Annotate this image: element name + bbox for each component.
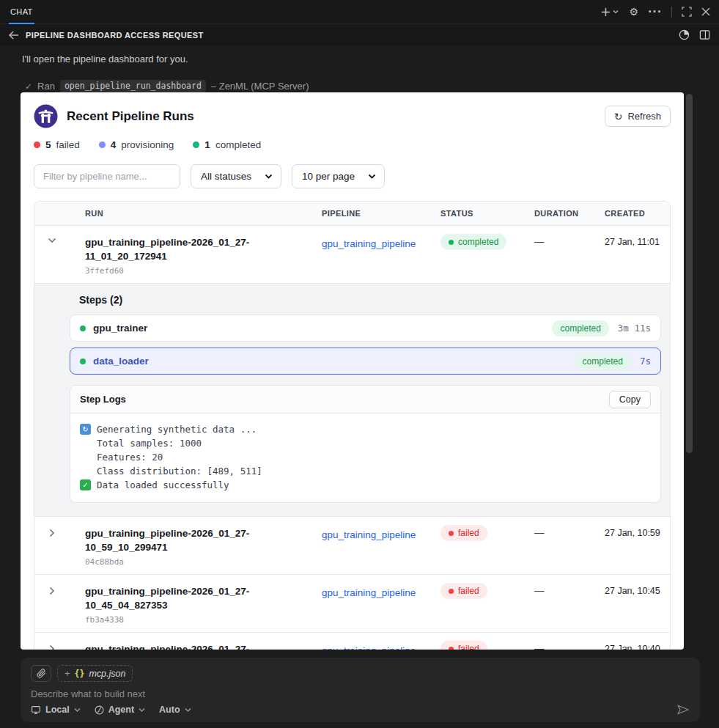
summary-completed: 1 completed: [193, 139, 261, 150]
step-row-data-loader[interactable]: data_loader completed 7s: [70, 348, 661, 375]
run-id: fb3a4338: [85, 615, 314, 625]
expand-row-button[interactable]: [34, 575, 70, 632]
pipeline-link[interactable]: gpu_training_pipeline: [322, 587, 416, 598]
step-row-gpu-trainer[interactable]: gpu_trainer completed 3m 11s: [70, 315, 661, 342]
tool-ran-label: Ran: [37, 81, 55, 92]
run-name: gpu_training_pipeline-2026_01_27- 11_01_…: [85, 235, 314, 263]
context-file-chip[interactable]: + {} mcp.json: [57, 665, 133, 682]
refresh-button[interactable]: ↻ Refresh: [605, 106, 671, 127]
pipeline-link[interactable]: gpu_training_pipeline: [322, 529, 416, 540]
chevron-right-icon: [49, 529, 55, 537]
completed-count: 1: [204, 139, 210, 150]
copy-logs-button[interactable]: Copy: [609, 391, 651, 408]
new-chat-button[interactable]: +: [600, 6, 619, 18]
split-editor-icon[interactable]: [699, 29, 710, 40]
status-select[interactable]: All statuses: [191, 164, 281, 188]
pipeline-filter-input[interactable]: [34, 164, 180, 188]
col-status: STATUS: [440, 209, 534, 218]
chevron-down-icon: [48, 238, 56, 243]
status-badge: failed: [440, 583, 487, 599]
completed-label: completed: [215, 139, 261, 150]
completed-dot: [193, 141, 199, 148]
step-status-dot: [80, 326, 86, 331]
agent-icon: [95, 705, 104, 715]
refresh-icon: ↻: [614, 111, 623, 122]
run-name: gpu_training_pipeline-2026_01_27- 10_40_…: [85, 642, 314, 650]
status-badge: completed: [440, 234, 506, 250]
back-arrow-icon[interactable]: [9, 31, 19, 40]
message-input[interactable]: [31, 688, 690, 702]
tool-name-chip: open_pipeline_run_dashboard: [60, 80, 206, 92]
send-icon: [676, 704, 690, 716]
log-line: ✓ Data loaded successfully: [80, 478, 651, 492]
step-status-badge: completed: [575, 353, 631, 369]
spinner-emoji-icon: ↻: [80, 424, 91, 435]
col-duration: DURATION: [534, 209, 605, 218]
collapse-row-button[interactable]: [34, 226, 70, 283]
table-row: gpu_training_pipeline-2026_01_27- 10_45_…: [34, 575, 670, 633]
step-name: data_loader: [93, 356, 149, 367]
card-title: Recent Pipeline Runs: [67, 109, 194, 124]
run-duration: —: [534, 517, 605, 574]
model-select[interactable]: Auto: [159, 705, 191, 715]
plus-icon: +: [600, 6, 611, 18]
conversation-header: PIPELINE DASHBOARD ACCESS REQUEST: [0, 24, 719, 45]
zenml-logo: [34, 104, 58, 128]
pipeline-link[interactable]: gpu_training_pipeline: [322, 645, 416, 650]
col-created: CREATED: [605, 209, 670, 218]
expand-row-button[interactable]: [34, 633, 70, 650]
plus-icon: +: [64, 668, 70, 679]
check-icon: ✓: [25, 81, 32, 92]
per-page-select[interactable]: 10 per page: [292, 164, 385, 188]
more-actions-icon[interactable]: ···: [648, 7, 662, 17]
chevron-down-icon: [74, 707, 81, 713]
close-icon[interactable]: [701, 7, 710, 16]
filters-row: All statuses 10 per page: [34, 164, 671, 188]
summary-failed: 5 failed: [34, 139, 80, 150]
environment-select[interactable]: Local: [31, 705, 81, 715]
send-button[interactable]: [676, 704, 690, 716]
tool-call-row[interactable]: ✓ Ran open_pipeline_run_dashboard – ZenM…: [25, 80, 309, 92]
status-dot: [449, 589, 454, 594]
tool-server-label: – ZenML (MCP Server): [211, 81, 309, 92]
run-row-summary[interactable]: gpu_training_pipeline-2026_01_27- 11_01_…: [34, 226, 670, 283]
conversation-title: PIPELINE DASHBOARD ACCESS REQUEST: [26, 31, 204, 40]
run-duration: —: [534, 575, 605, 632]
run-row-summary[interactable]: gpu_training_pipeline-2026_01_27- 10_45_…: [34, 575, 670, 632]
step-duration: 7s: [640, 356, 651, 367]
assistant-message: I'll open the pipeline dashboard for you…: [22, 54, 188, 65]
usage-pie-icon[interactable]: [679, 29, 690, 40]
gear-icon[interactable]: ⚙: [629, 7, 638, 17]
run-row-summary[interactable]: gpu_training_pipeline-2026_01_27- 10_59_…: [34, 517, 670, 574]
col-run: RUN: [70, 209, 322, 218]
refresh-label: Refresh: [627, 111, 661, 122]
chevron-down-icon: [612, 8, 619, 15]
expand-row-button[interactable]: [34, 517, 70, 574]
run-duration: —: [534, 633, 605, 650]
attach-button[interactable]: [31, 665, 51, 682]
provisioning-label: provisioning: [121, 139, 174, 150]
tab-chat[interactable]: CHAT: [9, 0, 34, 24]
step-status-badge: completed: [552, 320, 608, 337]
run-created: 27 Jan, 10:59: [605, 517, 670, 574]
maximize-icon[interactable]: [682, 7, 692, 17]
log-line: Features: 20: [80, 450, 651, 464]
title-bar: CHAT + ⚙ ···: [0, 0, 719, 24]
col-pipeline: PIPELINE: [322, 209, 440, 218]
run-created: 27 Jan, 11:01: [605, 226, 670, 283]
chevron-down-icon: [368, 174, 376, 180]
status-select-value: All statuses: [201, 171, 251, 182]
step-duration: 3m 11s: [618, 323, 651, 334]
run-details-panel: Steps (2) gpu_trainer completed 3m 11s d…: [34, 283, 670, 516]
json-braces-icon: {}: [75, 669, 85, 679]
mode-select[interactable]: Agent: [95, 705, 145, 715]
pipeline-link[interactable]: gpu_training_pipeline: [322, 238, 416, 249]
card-header: Recent Pipeline Runs ↻ Refresh: [34, 104, 671, 128]
table-row: gpu_training_pipeline-2026_01_27- 10_40_…: [34, 633, 670, 650]
status-dot: [449, 240, 454, 245]
pipeline-dashboard-card: Recent Pipeline Runs ↻ Refresh 5 failed …: [21, 92, 684, 650]
chevron-down-icon: [139, 707, 145, 713]
check-emoji-icon: ✓: [80, 479, 91, 490]
run-row-summary[interactable]: gpu_training_pipeline-2026_01_27- 10_40_…: [34, 633, 670, 650]
scrollbar-thumb[interactable]: [686, 94, 693, 453]
